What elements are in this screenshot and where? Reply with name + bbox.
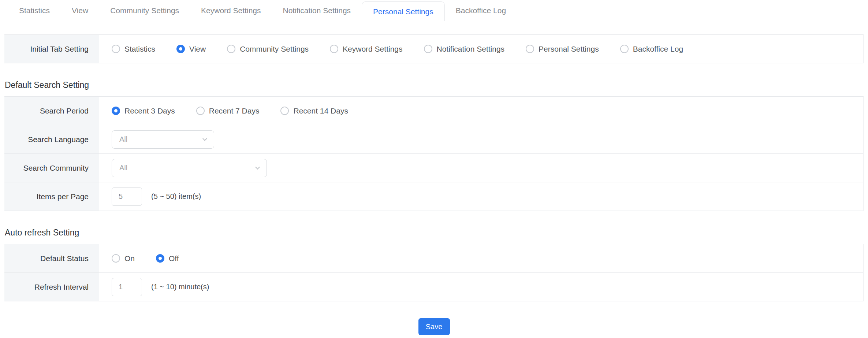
refresh-interval-input[interactable] bbox=[112, 278, 142, 296]
search-period-option-recent-7-days[interactable]: Recent 7 Days bbox=[196, 107, 260, 115]
auto-refresh-setting-table: Default Status On Off Refresh Interval (… bbox=[4, 244, 864, 301]
tab-keyword-settings[interactable]: Keyword Settings bbox=[190, 0, 272, 21]
search-language-row: Search Language All bbox=[4, 125, 863, 154]
refresh-interval-row: Refresh Interval (1 ~ 10) minute(s) bbox=[4, 273, 863, 301]
radio-button-icon bbox=[112, 107, 120, 115]
radio-option-label: On bbox=[124, 254, 135, 263]
search-period-option-recent-3-days[interactable]: Recent 3 Days bbox=[112, 107, 175, 115]
radio-button-icon bbox=[424, 45, 432, 53]
tab-notification-settings[interactable]: Notification Settings bbox=[272, 0, 362, 21]
tab-view[interactable]: View bbox=[61, 0, 99, 21]
initial-tab-option-view[interactable]: View bbox=[176, 45, 206, 53]
radio-button-icon bbox=[196, 107, 205, 115]
initial-tab-setting-row: Initial Tab Setting Statistics View Comm… bbox=[4, 35, 863, 63]
radio-button-icon bbox=[176, 45, 185, 53]
search-community-select[interactable]: All bbox=[112, 159, 267, 177]
initial-tab-setting-label: Initial Tab Setting bbox=[4, 35, 99, 63]
items-per-page-hint: (5 ~ 50) item(s) bbox=[151, 192, 201, 201]
radio-option-label: Recent 7 Days bbox=[209, 107, 260, 115]
items-per-page-label: Items per Page bbox=[4, 182, 99, 211]
radio-button-icon bbox=[156, 254, 164, 263]
initial-tab-option-notification-settings[interactable]: Notification Settings bbox=[424, 45, 505, 53]
initial-tab-option-backoffice-log[interactable]: Backoffice Log bbox=[620, 45, 683, 53]
tab-personal-settings[interactable]: Personal Settings bbox=[362, 1, 445, 21]
radio-option-label: Personal Settings bbox=[539, 45, 599, 53]
radio-button-icon bbox=[526, 45, 534, 53]
tab-backoffice-log[interactable]: Backoffice Log bbox=[445, 0, 517, 21]
chevron-down-icon bbox=[255, 165, 260, 170]
refresh-interval-hint: (1 ~ 10) minute(s) bbox=[151, 283, 209, 291]
initial-tab-option-statistics[interactable]: Statistics bbox=[112, 45, 155, 53]
radio-option-label: View bbox=[189, 45, 206, 53]
radio-button-icon bbox=[620, 45, 629, 53]
radio-button-icon bbox=[280, 107, 289, 115]
search-period-row: Search Period Recent 3 Days Recent 7 Day… bbox=[4, 97, 863, 125]
radio-option-label: Recent 3 Days bbox=[124, 107, 175, 115]
default-status-option-off[interactable]: Off bbox=[156, 254, 179, 263]
search-community-label: Search Community bbox=[4, 154, 99, 182]
refresh-interval-label: Refresh Interval bbox=[4, 273, 99, 301]
default-search-setting-table: Search Period Recent 3 Days Recent 7 Day… bbox=[4, 96, 864, 211]
default-status-option-on[interactable]: On bbox=[112, 254, 135, 263]
radio-option-label: Recent 14 Days bbox=[293, 107, 348, 115]
search-period-option-recent-14-days[interactable]: Recent 14 Days bbox=[280, 107, 348, 115]
tab-community-settings[interactable]: Community Settings bbox=[99, 0, 190, 21]
search-language-label: Search Language bbox=[4, 125, 99, 153]
radio-button-icon bbox=[112, 45, 120, 53]
search-community-row: Search Community All bbox=[4, 154, 863, 182]
items-per-page-input[interactable] bbox=[112, 187, 142, 206]
radio-option-label: Notification Settings bbox=[437, 45, 505, 53]
radio-button-icon bbox=[330, 45, 338, 53]
tab-bar: Statistics View Community Settings Keywo… bbox=[0, 0, 868, 21]
radio-button-icon bbox=[112, 254, 120, 263]
select-value: All bbox=[119, 164, 127, 172]
section-title-default-search-setting: Default Search Setting bbox=[5, 80, 864, 90]
radio-option-label: Off bbox=[169, 254, 179, 263]
search-period-options: Recent 3 Days Recent 7 Days Recent 14 Da… bbox=[99, 97, 863, 125]
radio-option-label: Keyword Settings bbox=[343, 45, 402, 53]
items-per-page-row: Items per Page (5 ~ 50) item(s) bbox=[4, 182, 863, 211]
initial-tab-option-keyword-settings[interactable]: Keyword Settings bbox=[330, 45, 402, 53]
settings-form: Initial Tab Setting Statistics View Comm… bbox=[4, 34, 864, 335]
initial-tab-option-community-settings[interactable]: Community Settings bbox=[227, 45, 309, 53]
radio-option-label: Community Settings bbox=[240, 45, 309, 53]
search-period-label: Search Period bbox=[4, 97, 99, 125]
radio-option-label: Statistics bbox=[124, 45, 155, 53]
chevron-down-icon bbox=[202, 136, 207, 141]
select-value: All bbox=[119, 135, 127, 144]
tab-statistics[interactable]: Statistics bbox=[8, 0, 61, 21]
default-status-row: Default Status On Off bbox=[4, 244, 863, 273]
save-button[interactable]: Save bbox=[418, 318, 450, 335]
section-title-auto-refresh-setting: Auto refresh Setting bbox=[5, 228, 864, 238]
initial-tab-setting-table: Initial Tab Setting Statistics View Comm… bbox=[4, 34, 864, 63]
radio-option-label: Backoffice Log bbox=[633, 45, 683, 53]
initial-tab-option-personal-settings[interactable]: Personal Settings bbox=[526, 45, 599, 53]
initial-tab-setting-options: Statistics View Community Settings Keywo… bbox=[99, 35, 863, 63]
default-status-label: Default Status bbox=[4, 244, 99, 272]
radio-button-icon bbox=[227, 45, 235, 53]
default-status-options: On Off bbox=[99, 244, 863, 272]
search-language-select[interactable]: All bbox=[112, 130, 214, 149]
